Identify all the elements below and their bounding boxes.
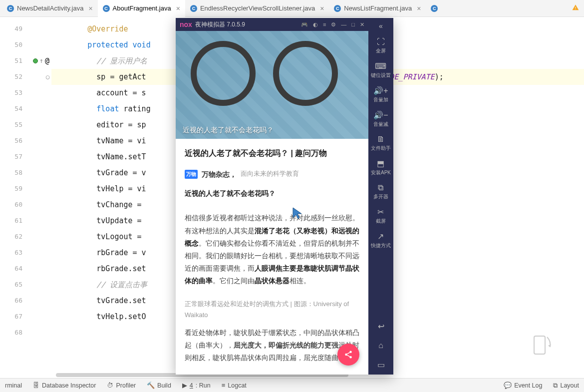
sidebar-icon: 🔊+ <box>373 86 388 95</box>
profiler-tool[interactable]: ⏱Profiler <box>107 382 136 389</box>
android-home-icon[interactable]: ⌂ <box>378 336 383 355</box>
sidebar-icon: 🗎 <box>377 135 385 144</box>
line-number: 54 <box>0 101 22 117</box>
gear-icon[interactable]: ⚙ <box>331 21 336 28</box>
run-gutter-icon[interactable] <box>33 58 38 63</box>
close-icon[interactable]: × <box>176 4 180 12</box>
svg-point-3 <box>349 356 352 359</box>
logcat-tool[interactable]: ≡Logcat <box>222 382 247 389</box>
terminal-tool[interactable]: rminal <box>5 382 22 389</box>
gutter-marker-row <box>22 277 51 293</box>
tab-endlessrecycler[interactable]: C EndlessRecyclerViewScrollListener.java… <box>185 0 329 17</box>
emulator-titlebar[interactable]: nox 夜神模拟器 7.0.5.9 🎮 ◐ ≡ ⚙ — □ ✕ <box>176 18 368 31</box>
minimize-icon[interactable]: — <box>341 21 346 27</box>
database-icon: 🗄 <box>33 382 39 389</box>
sidebar-icon: ⛶ <box>377 37 385 46</box>
emulator-sidebar-item[interactable]: ↗快捷方式 <box>371 228 391 253</box>
gutter-marker-row <box>22 213 51 229</box>
gutter-marker-row <box>22 133 51 149</box>
emulator-window: nox 夜神模拟器 7.0.5.9 🎮 ◐ ≡ ⚙ — □ ✕ 近视的人老了就不… <box>176 18 393 375</box>
line-number: 52 <box>0 69 22 85</box>
image-caption: 正常眼球看远处和近处时的调焦方式 | 图源：University of Waik… <box>185 299 359 321</box>
nox-logo-icon: nox <box>180 20 192 28</box>
gutter-markers: ↑@◯ <box>22 17 51 378</box>
event-log-tool[interactable]: 💬Event Log <box>504 382 542 389</box>
hero-caption: 近视的人老了就不会老花吗？ <box>176 122 281 139</box>
gutter-marker-row <box>22 85 51 101</box>
gutter-marker-row <box>22 325 51 341</box>
emulator-sidebar-item[interactable]: ⧉多开器 <box>371 180 391 204</box>
sidebar-collapse-icon[interactable]: « <box>379 20 383 34</box>
svg-point-2 <box>345 354 347 356</box>
line-number: 64 <box>0 261 22 277</box>
emulator-sidebar-item[interactable]: ⌨键位设置 <box>371 58 391 82</box>
tab-more[interactable]: C <box>426 0 443 17</box>
close-icon[interactable]: × <box>417 4 421 12</box>
line-number: 57 <box>0 149 22 165</box>
sidebar-icon: ✂ <box>377 207 384 217</box>
sidebar-icon: ⧉ <box>378 183 383 192</box>
android-recents-icon[interactable]: ▭ <box>377 355 385 375</box>
article-content[interactable]: 近视的人老了就不会老花吗？ | 趣问万物 万物 万物杂志， 面向未来的科学教育 … <box>176 139 368 375</box>
gutter-marker-row <box>22 197 51 213</box>
article-title: 近视的人老了就不会老花吗？ | 趣问万物 <box>185 147 359 160</box>
java-class-icon: C <box>190 5 197 12</box>
emulator-title-text: 夜神模拟器 7.0.5.9 <box>195 20 245 29</box>
emulator-sidebar-item[interactable]: ⛶全屏 <box>371 34 391 58</box>
build-icon: 🔨 <box>147 382 155 389</box>
gutter-marker-row: ◯ <box>22 69 51 85</box>
run-tool[interactable]: ▶4: Run <box>182 382 211 389</box>
emulator-sidebar-item[interactable]: 🔊+音量加 <box>371 82 391 107</box>
line-number: 51 <box>0 53 22 69</box>
share-fab-button[interactable] <box>337 344 359 366</box>
tab-newslistfragment[interactable]: C NewsListFragment.java × <box>329 0 426 17</box>
gutter-marker-row <box>22 37 51 53</box>
close-icon[interactable]: × <box>320 4 324 12</box>
warning-icon[interactable] <box>572 4 579 13</box>
theme-icon[interactable]: ◐ <box>313 21 318 28</box>
logcat-icon: ≡ <box>222 382 226 389</box>
menu-icon[interactable]: ≡ <box>323 21 326 27</box>
java-class-icon: C <box>7 5 14 12</box>
line-number: 65 <box>0 277 22 293</box>
emulator-title: nox 夜神模拟器 7.0.5.9 <box>180 20 296 29</box>
close-icon[interactable]: ✕ <box>360 21 364 28</box>
gutter-marker-row: ↑@ <box>22 53 51 69</box>
emulator-sidebar-item[interactable]: 🗎文件助手 <box>371 131 391 155</box>
java-class-icon: C <box>334 5 341 12</box>
gutter-marker-row <box>22 101 51 117</box>
emulator-sidebar-item[interactable]: ⬒安装APK <box>371 155 391 180</box>
line-number: 68 <box>0 325 22 341</box>
emulator-sidebar-item[interactable]: ✂截屏 <box>371 204 391 228</box>
maximize-icon[interactable]: □ <box>351 21 355 27</box>
author-badge: 万物 <box>185 170 198 179</box>
emulator-sidebar-item[interactable]: 🔊−音量减 <box>371 107 391 131</box>
layout-inspector-tool[interactable]: ⧉Layout <box>553 382 579 390</box>
line-number: 60 <box>0 197 22 213</box>
author-row: 万物 万物杂志， 面向未来的科学教育 <box>185 169 359 180</box>
line-number: 61 <box>0 213 22 229</box>
device-rotate-icon[interactable] <box>526 332 554 362</box>
java-class-icon: C <box>103 5 110 12</box>
tab-label: EndlessRecyclerViewScrollListener.java <box>200 4 315 12</box>
tab-newsdetail[interactable]: C NewsDetailActivity.java × <box>2 0 98 17</box>
build-tool[interactable]: 🔨Build <box>147 382 171 389</box>
sidebar-label: 快捷方式 <box>371 242 391 249</box>
database-inspector-tool[interactable]: 🗄Database Inspector <box>33 382 96 389</box>
android-back-icon[interactable]: ↩ <box>378 317 384 336</box>
line-number: 63 <box>0 245 22 261</box>
gutter-marker-row <box>22 181 51 197</box>
sidebar-label: 文件助手 <box>371 145 391 152</box>
line-number-gutter: 4950515253545556575859606162636465666768 <box>0 17 22 378</box>
sidebar-label: 截屏 <box>376 218 386 225</box>
gutter-marker-row <box>22 229 51 245</box>
close-icon[interactable]: × <box>88 4 92 12</box>
line-number: 58 <box>0 165 22 181</box>
tab-aboutfragment[interactable]: C AboutFragment.java × <box>98 0 185 17</box>
author-desc: 面向未来的科学教育 <box>241 169 299 179</box>
gutter-marker-row <box>22 21 51 37</box>
line-number: 67 <box>0 309 22 325</box>
gamepad-icon[interactable]: 🎮 <box>301 21 308 28</box>
shield-icon: ◯ <box>46 69 49 85</box>
run-icon: ▶ <box>182 382 187 389</box>
